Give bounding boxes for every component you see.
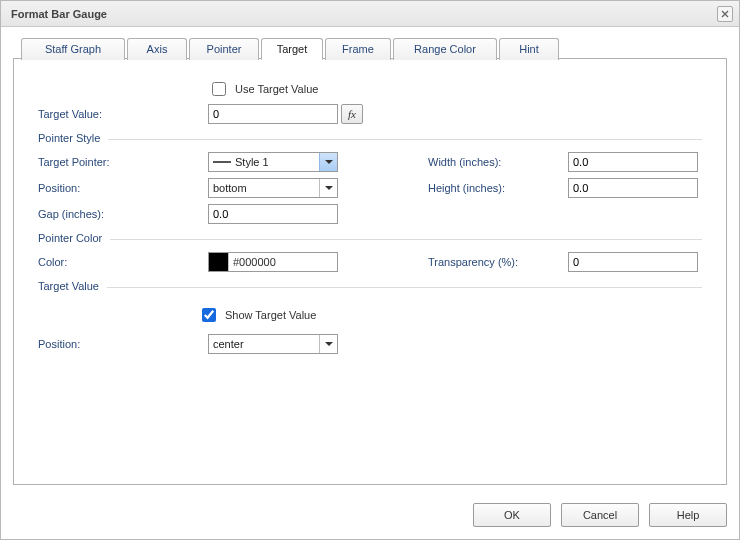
color-swatch-icon	[209, 253, 229, 271]
width-label: Width (inches):	[398, 156, 568, 168]
show-target-value-label: Show Target Value	[225, 309, 316, 321]
target-pointer-combo[interactable]: Style 1	[208, 152, 338, 172]
tab-range-color[interactable]: Range Color	[393, 38, 497, 60]
height-label: Height (inches):	[398, 182, 568, 194]
color-label: Color:	[38, 256, 208, 268]
use-target-value-checkbox[interactable]	[212, 82, 226, 96]
target-value-row: Target Value: fx	[38, 101, 702, 127]
cancel-button[interactable]: Cancel	[561, 503, 639, 527]
use-target-value-row: Use Target Value	[208, 77, 702, 101]
color-picker[interactable]: #000000	[208, 252, 338, 272]
chevron-down-icon	[325, 186, 333, 190]
titlebar: Format Bar Gauge	[1, 1, 739, 27]
tab-hint[interactable]: Hint	[499, 38, 559, 60]
position1-label: Position:	[38, 182, 208, 194]
width-input[interactable]	[568, 152, 698, 172]
show-target-value-row: Show Target Value	[198, 303, 702, 327]
tab-pointer[interactable]: Pointer	[189, 38, 259, 60]
chevron-down-icon	[325, 160, 333, 164]
tabstrip: Staff Graph Axis Pointer Target Frame Ra…	[13, 37, 727, 59]
target-value-section: Target Value	[38, 275, 702, 297]
target-panel: Use Target Value Target Value: fx Pointe…	[13, 58, 727, 485]
target-value-input[interactable]	[208, 104, 338, 124]
style-preview-icon	[213, 161, 231, 163]
format-bar-gauge-dialog: Format Bar Gauge Staff Graph Axis Pointe…	[0, 0, 740, 540]
window-title: Format Bar Gauge	[11, 8, 717, 20]
gap-label: Gap (inches):	[38, 208, 208, 220]
use-target-value-label: Use Target Value	[235, 83, 318, 95]
transparency-input[interactable]	[568, 252, 698, 272]
tab-frame[interactable]: Frame	[325, 38, 391, 60]
tab-axis[interactable]: Axis	[127, 38, 187, 60]
help-button[interactable]: Help	[649, 503, 727, 527]
position2-combo[interactable]: center	[208, 334, 338, 354]
pointer-style-section: Pointer Style	[38, 127, 702, 149]
transparency-label: Transparency (%):	[398, 256, 568, 268]
target-pointer-label: Target Pointer:	[38, 156, 208, 168]
position1-combo[interactable]: bottom	[208, 178, 338, 198]
position2-label: Position:	[38, 338, 208, 350]
fx-button[interactable]: fx	[341, 104, 363, 124]
tab-target[interactable]: Target	[261, 38, 323, 60]
ok-button[interactable]: OK	[473, 503, 551, 527]
close-icon[interactable]	[717, 6, 733, 22]
height-input[interactable]	[568, 178, 698, 198]
target-value-label: Target Value:	[38, 108, 208, 120]
gap-input[interactable]	[208, 204, 338, 224]
chevron-down-icon	[325, 342, 333, 346]
pointer-color-section: Pointer Color	[38, 227, 702, 249]
dialog-buttons: OK Cancel Help	[1, 493, 739, 539]
dialog-body: Staff Graph Axis Pointer Target Frame Ra…	[1, 27, 739, 493]
tab-staff-graph[interactable]: Staff Graph	[21, 38, 125, 60]
show-target-value-checkbox[interactable]	[202, 308, 216, 322]
